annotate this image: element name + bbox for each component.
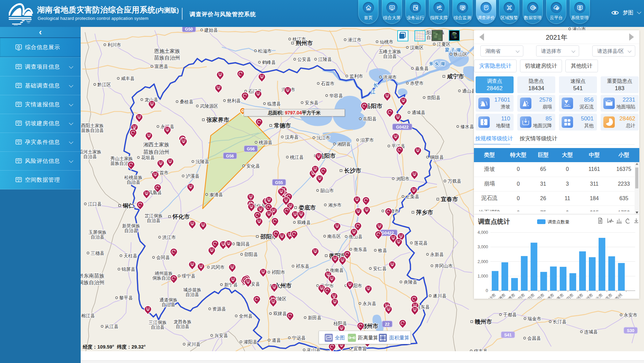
svg-text:双牌县: 双牌县	[273, 311, 287, 316]
svg-text:斧头湖: 斧头湖	[429, 61, 446, 66]
svg-text:溆浦县: 溆浦县	[209, 192, 223, 197]
svg-text:G56: G56	[226, 154, 234, 158]
svg-text:监利市: 监利市	[350, 74, 363, 79]
svg-text:武陵源区: 武陵源区	[200, 104, 218, 109]
svg-text:安乡县: 安乡县	[305, 100, 319, 105]
svg-text:22: 22	[385, 322, 390, 327]
svg-text:祁东县: 祁东县	[295, 264, 310, 269]
svg-text:鹤峰县: 鹤峰县	[262, 60, 276, 65]
svg-text:仙桃市: 仙桃市	[379, 39, 394, 44]
svg-text:梁子湖: 梁子湖	[445, 47, 462, 52]
svg-text:S41: S41	[504, 333, 512, 337]
svg-text:咸宁市: 咸宁市	[447, 73, 464, 80]
svg-text:湘阴县: 湘阴县	[337, 142, 351, 147]
svg-text:修水县: 修水县	[460, 124, 474, 129]
svg-text:江口县: 江口县	[88, 202, 102, 207]
svg-text:怀化市: 怀化市	[172, 214, 190, 220]
svg-text:上栗县: 上栗县	[406, 194, 419, 199]
svg-text:咸丰县: 咸丰县	[121, 76, 135, 81]
svg-text:慈利县: 慈利县	[227, 98, 241, 103]
svg-text:长沙市: 长沙市	[344, 168, 361, 174]
svg-text:资源县: 资源县	[212, 306, 226, 312]
svg-text:江夏区: 江夏区	[437, 42, 451, 47]
svg-text:三江侗族: 三江侗族	[149, 320, 167, 325]
svg-text:铜仁: 铜仁	[122, 203, 134, 209]
svg-text:华容县: 华容县	[329, 93, 343, 98]
svg-text:自治县: 自治县	[91, 234, 105, 240]
svg-text:铁山区: 铁山区	[453, 52, 468, 57]
svg-text:炎陵县: 炎陵县	[404, 280, 417, 285]
svg-text:隆回县: 隆回县	[236, 242, 250, 247]
svg-text:南岳区: 南岳区	[327, 234, 341, 239]
svg-text:4,000: 4,000	[478, 230, 488, 235]
svg-text:自治县: 自治县	[147, 218, 161, 223]
svg-text:潜江市: 潜江市	[348, 37, 362, 42]
svg-text:苗族自治州: 苗族自治州	[154, 55, 180, 61]
svg-text:五峰土家族: 五峰土家族	[378, 49, 401, 54]
svg-text:嘉鱼县: 嘉鱼县	[415, 66, 429, 71]
svg-text:桑植县: 桑植县	[180, 99, 194, 104]
svg-text:安化县: 安化县	[246, 164, 260, 169]
svg-text:洪湖市: 洪湖市	[383, 75, 397, 80]
svg-text:永安市: 永安市	[623, 313, 638, 318]
svg-text:洪江市: 洪江市	[162, 235, 176, 240]
svg-text:岳阳县: 岳阳县	[363, 116, 377, 121]
svg-text:3,000: 3,000	[478, 245, 488, 249]
svg-text:0: 0	[486, 288, 488, 293]
svg-text:铜鼓县: 铜鼓县	[430, 155, 444, 160]
svg-text:自治县: 自治县	[383, 54, 397, 59]
svg-text:赣州市: 赣州市	[475, 319, 492, 325]
svg-text:G55: G55	[275, 180, 283, 185]
svg-text:秀山土家族: 秀山土家族	[110, 156, 133, 161]
svg-text:全州县: 全州县	[239, 314, 253, 319]
svg-text:衡南县: 衡南县	[330, 268, 344, 273]
svg-text:自治县: 自治县	[151, 325, 165, 330]
svg-text:公安县: 公安县	[297, 57, 311, 62]
svg-text:宜章县: 宜章县	[353, 346, 367, 351]
svg-text:永新县: 永新县	[430, 252, 444, 257]
svg-text:武冈市: 武冈市	[211, 265, 225, 270]
svg-text:黔江区: 黔江区	[97, 82, 111, 87]
svg-text:萍乡市: 萍乡市	[416, 209, 433, 216]
svg-text:花垣县: 花垣县	[141, 155, 155, 160]
svg-text:泸溪县: 泸溪县	[186, 174, 200, 179]
svg-text:兴安县: 兴安县	[214, 333, 228, 338]
svg-text:新田县: 新田县	[308, 315, 322, 320]
svg-text:汨罗市: 汨罗市	[360, 138, 374, 143]
svg-text:2,000: 2,000	[478, 259, 488, 264]
svg-text:通城县: 通城县	[412, 110, 426, 115]
svg-text:天柱县: 天柱县	[124, 253, 137, 258]
svg-text:松桃苗族: 松桃苗族	[124, 175, 143, 180]
svg-text:S30: S30	[627, 328, 634, 333]
svg-text:建始县: 建始县	[204, 28, 218, 33]
svg-text:荆州市: 荆州市	[295, 40, 313, 46]
svg-text:攸县: 攸县	[378, 248, 388, 253]
svg-text:宁远县: 宁远县	[292, 335, 306, 340]
svg-text:万载县: 万载县	[448, 179, 461, 184]
svg-text:张家界市: 张家界市	[206, 116, 229, 123]
svg-text:宣恩县: 宣恩县	[155, 64, 168, 69]
svg-text:自治县: 自治县	[124, 228, 138, 233]
svg-text:江陵县: 江陵县	[318, 57, 332, 62]
svg-text:会同县: 会同县	[156, 255, 170, 260]
svg-text:榕江县: 榕江县	[81, 313, 95, 318]
svg-text:G56: G56	[247, 147, 255, 151]
svg-text:自治县: 自治县	[83, 154, 97, 159]
svg-text:绥宁县: 绥宁县	[182, 274, 196, 279]
svg-text:P: P	[437, 6, 439, 10]
svg-text:侗族自治州: 侗族自治州	[81, 280, 105, 285]
svg-text:赤壁市: 赤壁市	[410, 81, 424, 86]
svg-text:通道侗族: 通道侗族	[159, 297, 177, 302]
svg-text:会昌县: 会昌县	[527, 336, 541, 341]
svg-text:芷江侗族: 芷江侗族	[145, 213, 163, 218]
svg-text:安仁县: 安仁县	[373, 266, 387, 271]
svg-text:自治县: 自治县	[186, 292, 199, 297]
svg-text:灌阳县: 灌阳县	[244, 339, 257, 344]
svg-text:邵阳县: 邵阳县	[244, 252, 258, 257]
svg-text:龙胜各族: 龙胜各族	[173, 319, 192, 324]
svg-text:黔东南苗族: 黔东南苗族	[81, 273, 105, 279]
svg-text:从江县: 从江县	[105, 324, 119, 329]
svg-text:灵川县: 灵川县	[187, 342, 201, 347]
svg-text:湘乡市: 湘乡市	[328, 203, 342, 208]
svg-text:崇阳县: 崇阳县	[427, 95, 441, 100]
